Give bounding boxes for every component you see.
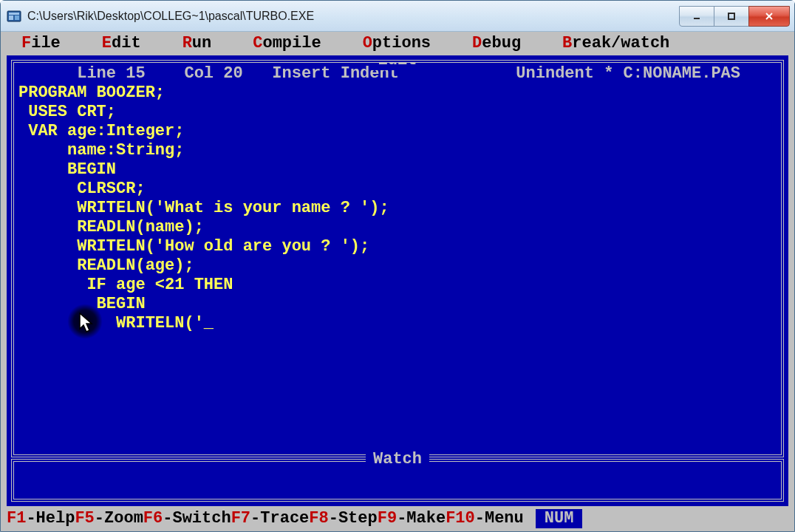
fkey-zoom[interactable]: F5-Zoom [75, 509, 143, 528]
menu-file[interactable]: File [1, 34, 81, 53]
app-icon [7, 9, 21, 24]
menu-run[interactable]: Run [162, 34, 233, 53]
code-line: name:String; [18, 141, 777, 160]
dos-surface: File Edit Run Compile Options Debug Brea… [1, 32, 794, 531]
menu-edit[interactable]: Edit [81, 34, 162, 53]
fkey-switch[interactable]: F6-Switch [143, 509, 231, 528]
menu-options[interactable]: Options [342, 34, 451, 53]
edit-panel[interactable]: Edit Line 15 Col 20 Insert Indent Uninde… [11, 60, 784, 457]
code-line: PROGRAM BOOZER; [18, 83, 777, 103]
code-line: IF age <21 THEN [18, 276, 777, 295]
code-line: READLN(age); [18, 256, 777, 276]
fkey-make[interactable]: F9-Make [378, 509, 446, 528]
status-line-number: 15 [126, 64, 145, 83]
code-line: WRITELN('What is your name ? '); [18, 199, 777, 218]
code-line: WRITELN('How old are you ? '); [18, 237, 777, 256]
fkey-help[interactable]: F1-Help [7, 509, 75, 528]
code-line: BEGIN [18, 295, 777, 314]
window-controls [680, 6, 790, 27]
svg-rect-2 [9, 16, 13, 20]
text-cursor: _ [204, 314, 213, 333]
menu-debug[interactable]: Debug [451, 34, 542, 53]
edit-panel-title: Edit [371, 60, 425, 70]
maximize-button[interactable] [714, 6, 749, 27]
close-button[interactable] [748, 6, 790, 27]
code-line: CLRSCR; [18, 180, 777, 199]
turbo-pascal-screen: File Edit Run Compile Options Debug Brea… [1, 32, 794, 531]
titlebar[interactable]: C:\Users\Rik\Desktop\COLLEG~1\pascal\TUR… [1, 1, 794, 32]
minimize-button[interactable] [679, 6, 714, 27]
code-line: BEGIN [18, 160, 777, 180]
menu-bar: File Edit Run Compile Options Debug Brea… [1, 32, 794, 55]
code-area[interactable]: PROGRAM BOOZER; USES CRT; VAR age:Intege… [18, 83, 777, 333]
code-line: USES CRT; [18, 103, 777, 122]
fkey-trace[interactable]: F7-Trace [231, 509, 310, 528]
fkey-step[interactable]: F8-Step [309, 509, 377, 528]
svg-rect-1 [9, 13, 19, 15]
svg-rect-3 [15, 16, 19, 20]
code-line: READLN(name); [18, 218, 777, 237]
editor-frame: Edit Line 15 Col 20 Insert Indent Uninde… [7, 55, 788, 506]
status-filename: C:NONAME.PAS [624, 64, 740, 83]
menu-break-watch[interactable]: Break/watch [542, 34, 690, 53]
code-line: VAR age:Integer; [18, 122, 777, 141]
window-title: C:\Users\Rik\Desktop\COLLEG~1\pascal\TUR… [27, 10, 680, 23]
watch-panel[interactable]: Watch [11, 459, 784, 502]
function-key-bar: F1-Help F5-Zoom F6-Switch F7-Trace F8-St… [1, 506, 794, 531]
menu-compile[interactable]: Compile [232, 34, 341, 53]
watch-panel-title: Watch [366, 450, 429, 469]
code-line: WRITELN('_ [18, 314, 777, 333]
svg-rect-5 [729, 13, 734, 19]
numlock-indicator: NUM [536, 509, 583, 528]
status-col-number: 20 [223, 64, 242, 83]
fkey-menu[interactable]: F10-Menu [446, 509, 524, 528]
app-window: C:\Users\Rik\Desktop\COLLEG~1\pascal\TUR… [0, 0, 795, 532]
